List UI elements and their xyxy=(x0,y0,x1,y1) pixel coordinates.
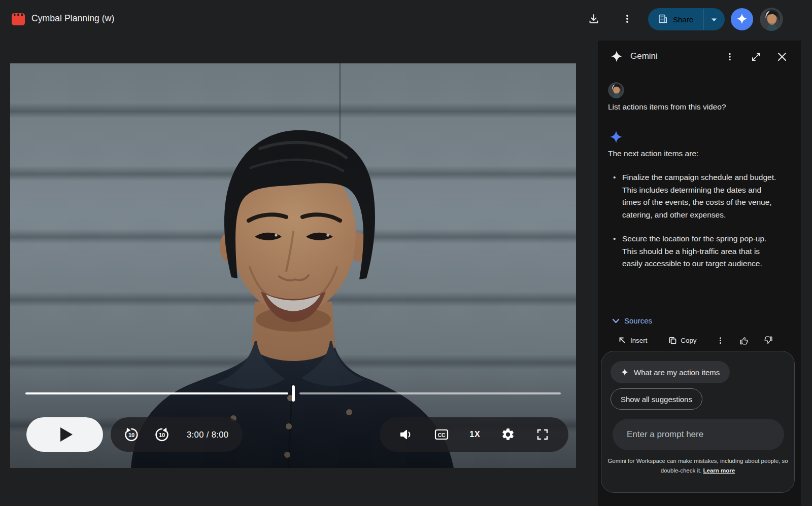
kebab-menu-icon xyxy=(725,52,734,61)
settings-button[interactable] xyxy=(501,427,515,442)
thumbs-down-button[interactable] xyxy=(763,336,773,345)
video-progress-bar[interactable] xyxy=(25,385,561,402)
panel-close-button[interactable] xyxy=(773,48,791,66)
play-icon xyxy=(60,427,73,442)
time-display: 3:00 / 8:00 xyxy=(187,430,228,440)
close-icon xyxy=(777,52,787,62)
video-file-icon xyxy=(11,12,25,26)
insert-arrow-icon xyxy=(618,336,627,345)
copy-icon xyxy=(668,336,677,345)
share-dropdown-button[interactable] xyxy=(703,8,725,30)
panel-expand-button[interactable] xyxy=(747,48,765,66)
chevron-down-icon xyxy=(612,318,620,323)
sparkle-icon xyxy=(621,368,629,376)
volume-icon xyxy=(399,427,413,442)
gemini-panel-title: Gemini xyxy=(630,51,658,61)
captions-button[interactable]: CC xyxy=(434,427,449,442)
download-button[interactable] xyxy=(584,9,604,29)
top-bar: Cymbal Planning (w) Share xyxy=(0,0,812,39)
gemini-sparkle-icon xyxy=(736,13,748,26)
suggestion-chip-label: Show all suggestions xyxy=(621,395,692,404)
gemini-toggle-button[interactable] xyxy=(731,8,753,30)
kebab-menu-icon xyxy=(622,14,632,25)
playback-controls-left: 10 10 3:00 / 8:00 xyxy=(111,417,243,452)
settings-gear-icon xyxy=(501,427,515,442)
caret-down-icon xyxy=(711,16,717,23)
suggestion-chip-label: What are my action items xyxy=(634,368,720,377)
gemini-panel-header: Gemini xyxy=(598,41,801,73)
fullscreen-button[interactable] xyxy=(536,428,549,441)
document-title: Cymbal Planning (w) xyxy=(31,13,114,24)
fullscreen-icon xyxy=(536,428,549,441)
user-question: List actions items from this video? xyxy=(608,102,726,112)
video-player[interactable]: 10 10 3:00 / 8:00 CC 1X xyxy=(10,63,576,468)
video-dim-overlay xyxy=(10,63,576,468)
forward-10-button[interactable]: 10 xyxy=(153,426,171,443)
playback-speed-button[interactable]: 1X xyxy=(469,430,481,439)
avatar-photo xyxy=(760,8,783,31)
disclaimer-body: Gemini for Workspace can make mistakes, … xyxy=(607,458,788,474)
action-items-list: Finalize the campaign schedule and budge… xyxy=(612,171,782,282)
response-actions-row: Insert Copy xyxy=(618,336,773,345)
learn-more-link[interactable]: Learn more xyxy=(703,467,735,474)
gemini-logo-sparkle-icon xyxy=(610,50,623,65)
play-button[interactable] xyxy=(26,417,103,452)
insert-button[interactable]: Insert xyxy=(618,336,647,345)
share-button[interactable]: Share xyxy=(648,8,703,30)
svg-text:10: 10 xyxy=(128,432,134,438)
progress-thumb[interactable] xyxy=(292,385,295,402)
download-icon xyxy=(588,13,600,26)
action-item-2: Secure the location for the spring pop-u… xyxy=(612,233,782,270)
show-all-suggestions-chip[interactable]: Show all suggestions xyxy=(611,388,702,410)
disclaimer-text: Gemini for Workspace can make mistakes, … xyxy=(607,456,788,476)
progress-played xyxy=(25,392,288,394)
forward-10-icon: 10 xyxy=(153,426,171,443)
suggestion-chip-action-items[interactable]: What are my action items xyxy=(611,361,730,383)
gemini-prompt-card: What are my action items Show all sugges… xyxy=(601,351,795,493)
playback-controls-right: CC 1X xyxy=(380,417,568,452)
progress-remaining xyxy=(299,392,561,394)
svg-text:10: 10 xyxy=(159,432,165,438)
action-item-1: Finalize the campaign schedule and budge… xyxy=(612,171,782,221)
rewind-10-icon: 10 xyxy=(123,426,140,443)
expand-icon xyxy=(751,52,761,62)
svg-text:CC: CC xyxy=(437,432,445,438)
sources-toggle[interactable]: Sources xyxy=(612,316,652,325)
insert-label: Insert xyxy=(630,337,647,344)
prompt-input[interactable] xyxy=(613,419,784,450)
answer-intro: The next action items are: xyxy=(608,149,698,158)
panel-more-button[interactable] xyxy=(721,48,739,66)
thumbs-up-icon xyxy=(739,336,749,345)
sources-label: Sources xyxy=(624,316,652,325)
organization-icon xyxy=(658,14,668,25)
share-split-button: Share xyxy=(648,8,725,30)
kebab-menu-icon xyxy=(717,337,724,344)
rewind-10-button[interactable]: 10 xyxy=(123,426,140,443)
response-more-button[interactable] xyxy=(717,337,724,344)
thumbs-down-icon xyxy=(763,336,773,345)
captions-icon: CC xyxy=(434,427,449,442)
copy-label: Copy xyxy=(681,337,696,344)
volume-button[interactable] xyxy=(399,427,413,442)
user-avatar xyxy=(608,82,624,98)
thumbs-up-button[interactable] xyxy=(739,336,749,345)
copy-button[interactable]: Copy xyxy=(668,336,696,345)
gemini-response-sparkle-icon xyxy=(609,130,623,146)
share-button-label: Share xyxy=(673,15,693,24)
account-avatar[interactable] xyxy=(760,8,783,31)
more-options-button[interactable] xyxy=(617,9,637,29)
